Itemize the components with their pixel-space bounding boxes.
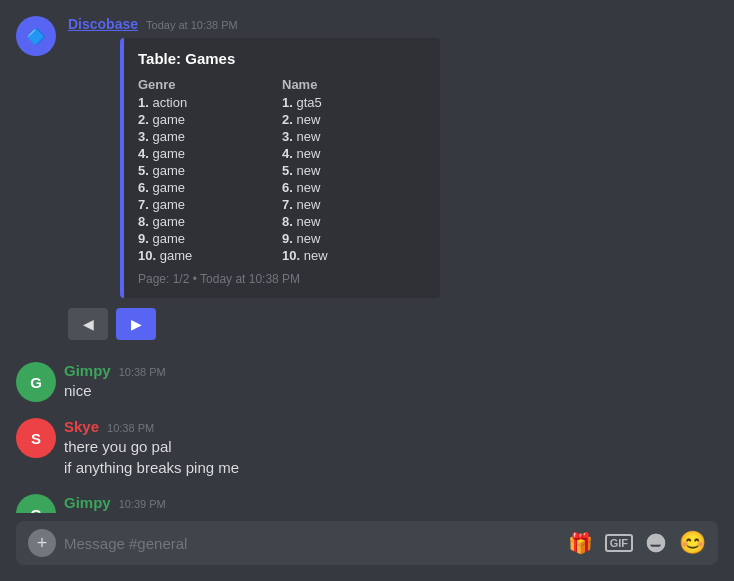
sticker-button[interactable] bbox=[645, 532, 667, 554]
table-row: 8. game bbox=[138, 213, 282, 230]
username[interactable]: Skye bbox=[64, 418, 99, 435]
timestamp: 10:39 PM bbox=[119, 498, 166, 510]
message-meta: Gimpy 10:38 PM bbox=[64, 362, 718, 379]
bot-card: Table: Games Genre Name 1. action1. gta5… bbox=[120, 38, 440, 298]
table-row: 7. game bbox=[138, 196, 282, 213]
table-row: 3. new bbox=[282, 128, 426, 145]
data-table: Genre Name 1. action1. gta52. game2. new… bbox=[138, 75, 426, 264]
table-title: Table: Games bbox=[138, 50, 426, 67]
table-row: 6. game bbox=[138, 179, 282, 196]
table-row: 7. new bbox=[282, 196, 426, 213]
message-row: G Gimpy 10:38 PM nice bbox=[16, 360, 718, 404]
add-button[interactable]: + bbox=[28, 529, 56, 557]
table-row: 3. game bbox=[138, 128, 282, 145]
gif-button[interactable]: GIF bbox=[605, 534, 633, 552]
chat-messages: G Gimpy 10:38 PM nice S Skye 10:38 PM bbox=[16, 352, 718, 513]
message-row: S Skye 10:38 PM there you go pal if anyt… bbox=[16, 416, 718, 480]
table-row: 10. new bbox=[282, 247, 426, 264]
next-button[interactable]: ▶ bbox=[116, 308, 156, 340]
username[interactable]: Gimpy bbox=[64, 362, 111, 379]
bot-name[interactable]: Discobase bbox=[68, 16, 138, 32]
table-row: 4. new bbox=[282, 145, 426, 162]
chat-area: 🔷 Discobase Today at 10:38 PM Table: Gam… bbox=[0, 0, 734, 513]
table-row: 1. action bbox=[138, 94, 282, 111]
message-group: G Gimpy 10:38 PM nice bbox=[16, 352, 718, 404]
gift-button[interactable]: 🎁 bbox=[568, 531, 593, 555]
message-meta: Skye 10:38 PM bbox=[64, 418, 718, 435]
message-row: G Gimpy 10:39 PM got it 🤠 thanks bbox=[16, 492, 718, 513]
message-continuation: if anything breaks ping me bbox=[64, 458, 718, 479]
table-row: 5. game bbox=[138, 162, 282, 179]
emoji-button[interactable]: 😊 bbox=[679, 530, 706, 556]
nav-buttons: ◀ ▶ bbox=[68, 308, 718, 340]
message-group: G Gimpy 10:39 PM got it 🤠 thanks bbox=[16, 484, 718, 513]
bot-avatar: 🔷 bbox=[16, 16, 56, 56]
message-meta: Gimpy 10:39 PM bbox=[64, 494, 718, 511]
message-input[interactable] bbox=[64, 535, 560, 552]
genre-header: Genre bbox=[138, 75, 282, 94]
timestamp: 10:38 PM bbox=[119, 366, 166, 378]
table-row: 9. game bbox=[138, 230, 282, 247]
table-row: 8. new bbox=[282, 213, 426, 230]
table-row: 4. game bbox=[138, 145, 282, 162]
table-row: 6. new bbox=[282, 179, 426, 196]
avatar: G bbox=[16, 494, 56, 513]
table-row: 5. new bbox=[282, 162, 426, 179]
message-input-area: + 🎁 GIF 😊 bbox=[16, 521, 718, 565]
table-row: 2. new bbox=[282, 111, 426, 128]
bot-timestamp: Today at 10:38 PM bbox=[146, 19, 238, 31]
input-icons: 🎁 GIF 😊 bbox=[568, 530, 706, 556]
username[interactable]: Gimpy bbox=[64, 494, 111, 511]
table-row: 9. new bbox=[282, 230, 426, 247]
name-header: Name bbox=[282, 75, 426, 94]
message-group: S Skye 10:38 PM there you go pal if anyt… bbox=[16, 408, 718, 480]
timestamp: 10:38 PM bbox=[107, 422, 154, 434]
table-row: 10. game bbox=[138, 247, 282, 264]
page-info: Page: 1/2 • Today at 10:38 PM bbox=[138, 272, 426, 286]
table-row: 1. gta5 bbox=[282, 94, 426, 111]
prev-button[interactable]: ◀ bbox=[68, 308, 108, 340]
avatar: G bbox=[16, 362, 56, 402]
avatar: S bbox=[16, 418, 56, 458]
message-text: there you go pal bbox=[64, 437, 718, 458]
table-row: 2. game bbox=[138, 111, 282, 128]
message-text: nice bbox=[64, 381, 718, 402]
